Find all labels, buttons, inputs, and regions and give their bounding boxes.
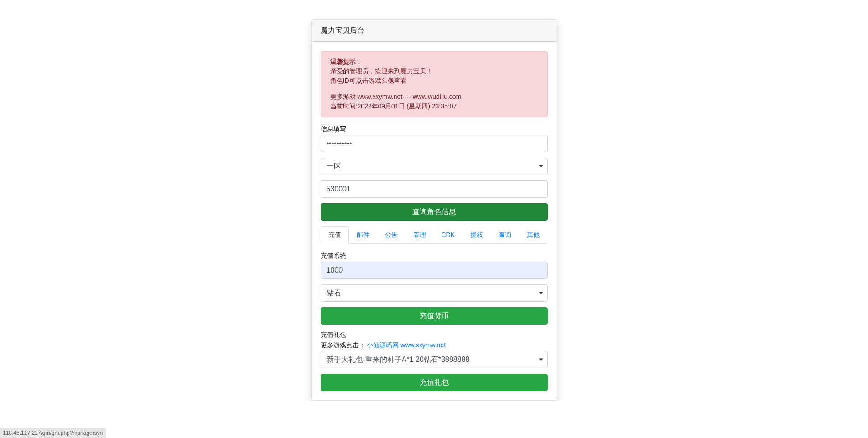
alert-tip: 温馨提示： 亲爱的管理员，欢迎来到魔力宝贝！ 角色ID可点击游戏头像查看 更多游…: [321, 51, 548, 117]
more-games-link[interactable]: 小仙源码网 www.xxymw.net: [367, 341, 446, 349]
tab-query[interactable]: 查询: [491, 226, 519, 244]
info-form-label: 信息填写: [321, 124, 548, 134]
region-select-wrapper: 一区: [321, 158, 548, 175]
gift-pack-select-wrapper: 新手大礼包-重来的种子A*1 20钻石*8888888: [321, 351, 548, 368]
alert-heading: 温馨提示：: [330, 57, 538, 67]
panel-title: 魔力宝贝后台: [321, 26, 364, 34]
currency-select[interactable]: 钻石: [321, 284, 548, 302]
more-games-prefix: 更多游戏点击：: [321, 341, 365, 349]
tab-manage[interactable]: 管理: [405, 226, 434, 244]
password-input[interactable]: [321, 135, 548, 152]
gift-pack-select[interactable]: 新手大礼包-重来的种子A*1 20钻石*8888888: [321, 351, 548, 368]
alert-line4: 当前时间:2022年09月01日 (星期四) 23:35:07: [330, 102, 538, 111]
recharge-pack-button[interactable]: 充值礼包: [321, 374, 548, 391]
currency-select-wrapper: 钻石: [321, 284, 548, 302]
tab-other[interactable]: 其他: [519, 226, 547, 244]
character-id-input[interactable]: [321, 180, 548, 198]
more-games-line: 更多游戏点击： 小仙源码网 www.xxymw.net: [321, 340, 548, 350]
tab-cdk[interactable]: CDK: [434, 226, 463, 244]
alert-line1: 亲爱的管理员，欢迎来到魔力宝贝！: [330, 67, 538, 76]
tab-bar: 充值 邮件 公告 管理 CDK 授权 查询 其他: [321, 226, 548, 244]
panel-header: 魔力宝贝后台: [312, 20, 557, 42]
query-character-button[interactable]: 查询角色信息: [321, 203, 548, 221]
recharge-currency-button[interactable]: 充值货币: [321, 307, 548, 325]
alert-line3: 更多游戏 www.xxymw.net---- www.wudiliu.com: [330, 92, 538, 102]
alert-line2: 角色ID可点击游戏头像查看: [330, 76, 538, 86]
region-select[interactable]: 一区: [321, 158, 548, 175]
recharge-pack-label: 充值礼包: [321, 330, 548, 340]
recharge-amount-input[interactable]: [321, 262, 548, 279]
tab-recharge[interactable]: 充值: [321, 226, 349, 244]
tab-authorize[interactable]: 授权: [463, 226, 491, 244]
admin-panel: 魔力宝贝后台 温馨提示： 亲爱的管理员，欢迎来到魔力宝贝！ 角色ID可点击游戏头…: [311, 19, 557, 401]
tab-mail[interactable]: 邮件: [349, 226, 377, 244]
tab-announcement[interactable]: 公告: [377, 226, 405, 244]
recharge-currency-label: 充值系统: [321, 251, 548, 261]
panel-body: 温馨提示： 亲爱的管理员，欢迎来到魔力宝贝！ 角色ID可点击游戏头像查看 更多游…: [312, 42, 557, 400]
